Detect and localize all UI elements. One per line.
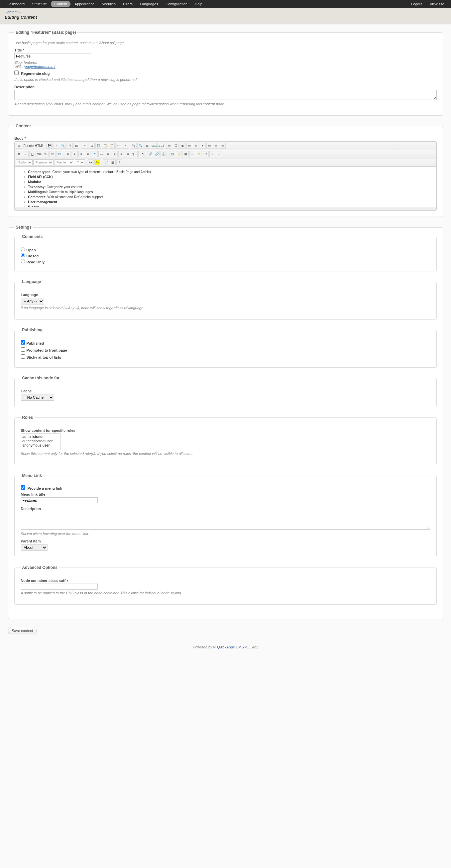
flash-icon[interactable]: ⚡ bbox=[176, 151, 182, 157]
nav-structure[interactable]: Structure bbox=[29, 1, 51, 7]
replace-icon[interactable]: 🔍 bbox=[138, 143, 144, 149]
font-select[interactable]: Fuente bbox=[54, 159, 74, 165]
title-input[interactable] bbox=[14, 53, 91, 59]
about-icon[interactable]: ? bbox=[116, 159, 122, 165]
nav-languages[interactable]: Languages bbox=[137, 1, 161, 7]
anchor-icon[interactable]: ⚓ bbox=[160, 151, 167, 157]
nav-dashboard[interactable]: Dashboard bbox=[3, 1, 28, 7]
superscript-icon[interactable]: x² bbox=[50, 151, 56, 157]
indent-icon[interactable]: ≡ bbox=[85, 151, 91, 157]
image-icon[interactable]: 🖼 bbox=[169, 151, 175, 157]
alignright-icon[interactable]: ≡ bbox=[118, 151, 124, 157]
subscript-icon[interactable]: x₂ bbox=[43, 151, 49, 157]
textcolor-icon[interactable]: A▾ bbox=[88, 159, 94, 165]
nav-modules[interactable]: Modules bbox=[98, 1, 119, 7]
div-icon[interactable]: ▭ bbox=[98, 151, 104, 157]
rtl-icon[interactable]: ←¶ bbox=[139, 151, 144, 157]
nav-content[interactable]: Content bbox=[51, 1, 70, 7]
bold-icon[interactable]: B bbox=[16, 151, 22, 157]
nav-help[interactable]: Help bbox=[191, 1, 206, 7]
aligncenter-icon[interactable]: ≡ bbox=[112, 151, 118, 157]
copy-icon[interactable]: ⧉ bbox=[89, 143, 95, 149]
templates-icon[interactable]: ▦ bbox=[73, 143, 79, 149]
url-link[interactable]: /page/features.html bbox=[24, 64, 55, 68]
menulink-desc-textarea[interactable] bbox=[21, 512, 430, 530]
editor-resize[interactable] bbox=[15, 207, 436, 210]
paste-word-icon[interactable]: 📋 bbox=[109, 143, 115, 149]
radio-icon[interactable]: ◉ bbox=[180, 143, 185, 149]
iframe-icon[interactable]: ▭ bbox=[216, 151, 222, 157]
cut-icon[interactable]: ✂ bbox=[82, 143, 88, 149]
outdent-icon[interactable]: ≡ bbox=[78, 151, 84, 157]
blockquote-icon[interactable]: ❝ bbox=[92, 151, 98, 157]
maximize-icon[interactable]: ⛶ bbox=[103, 159, 109, 165]
provide-menu-checkbox[interactable] bbox=[21, 485, 25, 490]
language-select[interactable]: -- Any -- bbox=[21, 298, 44, 305]
bulletlist-icon[interactable]: ≡ bbox=[71, 151, 78, 157]
menulink-title-input[interactable] bbox=[21, 497, 98, 503]
comments-radio-closed[interactable] bbox=[21, 253, 25, 257]
italic-icon[interactable]: I bbox=[23, 151, 29, 157]
specialchar-icon[interactable]: Ω bbox=[203, 151, 209, 157]
imagebutton-icon[interactable]: ▭ bbox=[213, 143, 219, 149]
preview-icon[interactable]: 🔍 bbox=[60, 143, 66, 149]
removeformat-icon[interactable]: Tx bbox=[56, 151, 62, 157]
selectall-icon[interactable]: ▦ bbox=[144, 143, 150, 149]
regenerate-slug-checkbox[interactable] bbox=[14, 70, 19, 75]
format-select[interactable]: Formato bbox=[33, 159, 54, 165]
parent-select[interactable]: About bbox=[21, 544, 48, 551]
breadcrumb-link[interactable]: Content bbox=[5, 10, 18, 14]
showblocks-icon[interactable]: ▦ bbox=[110, 159, 116, 165]
source-icon[interactable]: ▤ bbox=[16, 143, 22, 149]
redo-icon[interactable]: ↷ bbox=[122, 143, 128, 149]
numberlist-icon[interactable]: ≡ bbox=[65, 151, 71, 157]
spellcheck-icon[interactable]: ABC bbox=[151, 143, 157, 149]
nav-users[interactable]: Users bbox=[120, 1, 136, 7]
nav-configuration[interactable]: Configuration bbox=[162, 1, 190, 7]
paste-icon[interactable]: 📋 bbox=[95, 143, 101, 149]
pagebreak-icon[interactable]: ⤓ bbox=[209, 151, 215, 157]
description-textarea[interactable] bbox=[14, 90, 437, 100]
print-icon[interactable]: ⎙ bbox=[66, 143, 72, 149]
select-icon[interactable]: ▾ bbox=[200, 143, 206, 149]
publishing-check-sticky-at-top-of-lists[interactable] bbox=[21, 354, 25, 359]
hr-icon[interactable]: — bbox=[189, 151, 195, 157]
textfield-icon[interactable]: ▭ bbox=[186, 143, 192, 149]
table-icon[interactable]: ▦ bbox=[183, 151, 188, 157]
cache-select[interactable]: -- No Cache -- bbox=[21, 394, 54, 401]
newpage-icon[interactable]: ▫ bbox=[53, 143, 59, 149]
scayt-icon[interactable]: ABC▾ bbox=[157, 143, 163, 149]
nav-logout[interactable]: Logout bbox=[408, 1, 426, 7]
unlink-icon[interactable]: 🔗 bbox=[154, 151, 160, 157]
nav-appearance[interactable]: Appearance bbox=[71, 1, 98, 7]
source-label[interactable]: Fuente HTML bbox=[23, 144, 44, 148]
publishing-check-published[interactable] bbox=[21, 340, 25, 345]
ltr-icon[interactable]: ¶→ bbox=[132, 151, 138, 157]
save-icon[interactable]: 💾 bbox=[47, 143, 53, 149]
link-icon[interactable]: 🔗 bbox=[147, 151, 153, 157]
roles-select[interactable]: administratorauthenticated useranonymous… bbox=[21, 434, 61, 450]
paste-text-icon[interactable]: 📋 bbox=[102, 143, 108, 149]
smiley-icon[interactable]: ☺ bbox=[196, 151, 202, 157]
textarea-icon[interactable]: ▭ bbox=[193, 143, 199, 149]
hidden-icon[interactable]: ▭ bbox=[220, 143, 226, 149]
alignleft-icon[interactable]: ≡ bbox=[105, 151, 111, 157]
underline-icon[interactable]: U bbox=[29, 151, 35, 157]
undo-icon[interactable]: ↶ bbox=[115, 143, 121, 149]
bgcolor-icon[interactable]: A▾ bbox=[94, 159, 100, 165]
save-button[interactable]: Save content bbox=[8, 627, 37, 634]
form-icon[interactable]: ▭ bbox=[166, 143, 172, 149]
footer-link[interactable]: QuickApps CMS bbox=[217, 645, 244, 649]
comments-radio-read-only[interactable] bbox=[21, 259, 25, 264]
strike-icon[interactable]: abc bbox=[36, 151, 42, 157]
publishing-check-promoted-to-front-page[interactable] bbox=[21, 347, 25, 351]
size-select[interactable]: T... bbox=[75, 159, 85, 165]
button-icon[interactable]: ▭ bbox=[206, 143, 212, 149]
find-icon[interactable]: 🔍 bbox=[131, 143, 137, 149]
nav-view-site[interactable]: View site bbox=[426, 1, 448, 7]
editor-content[interactable]: Content types: Create your own type of c… bbox=[15, 167, 436, 207]
alignjustify-icon[interactable]: ≡ bbox=[125, 151, 131, 157]
style-select[interactable]: Estilo bbox=[16, 159, 33, 165]
suffix-input[interactable] bbox=[21, 584, 98, 590]
checkbox-icon[interactable]: ☑ bbox=[173, 143, 179, 149]
